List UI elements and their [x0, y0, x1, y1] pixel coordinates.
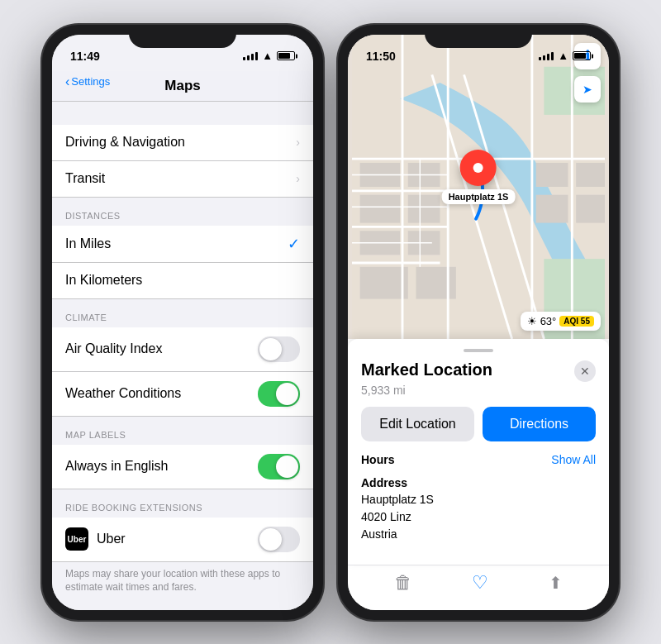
location-button[interactable]: ➤	[574, 76, 601, 103]
list-item[interactable]: In Miles ✓	[52, 226, 313, 263]
notch-1	[129, 25, 236, 48]
wifi-icon-1: ▲	[262, 50, 273, 62]
air-quality-label: Air Quality Index	[65, 341, 162, 356]
list-item[interactable]: In Kilometers	[52, 263, 313, 299]
svg-rect-13	[360, 266, 408, 298]
svg-rect-12	[576, 194, 605, 222]
always-english-label: Always in English	[65, 459, 169, 474]
list-item: Uber Uber	[52, 518, 313, 562]
phone-2: 11:50 ▲	[338, 25, 619, 620]
uber-icon: Uber	[65, 527, 88, 551]
address-line-1: Hauptplatz 1S	[361, 491, 596, 508]
in-kilometers-label: In Kilometers	[65, 273, 142, 288]
temperature: 63°	[540, 315, 557, 327]
list-item: Always in English	[52, 445, 313, 489]
checkmark-icon: ✓	[288, 235, 300, 253]
sun-icon: ☀	[527, 315, 537, 327]
status-icons-2: ▲	[539, 50, 591, 62]
battery-icon-1	[277, 51, 295, 60]
back-label: Settings	[71, 75, 110, 88]
svg-rect-14	[416, 266, 455, 298]
phones-container: 11:49 ▲	[34, 17, 627, 628]
show-all-link[interactable]: Show All	[551, 453, 596, 466]
maps-screen: 11:50 ▲	[348, 35, 609, 610]
map-labels-header: Map Labels	[52, 417, 313, 445]
driving-navigation-label: Driving & Navigation	[65, 135, 185, 150]
phone-1: 11:49 ▲	[42, 25, 323, 620]
directions-button[interactable]: Directions	[483, 407, 596, 441]
svg-rect-11	[536, 194, 568, 222]
ride-booking-header: Ride Booking Extensions	[52, 489, 313, 518]
svg-rect-10	[576, 162, 605, 186]
pin-label: Hauptplatz 1S	[442, 189, 516, 204]
list-item[interactable]: Transit ›	[52, 161, 313, 198]
settings-content: Driving & Navigation › Transit › Distanc…	[52, 102, 313, 604]
chevron-icon: ›	[296, 136, 300, 149]
battery-icon-2	[573, 51, 591, 60]
edit-location-button[interactable]: Edit Location	[361, 407, 474, 441]
list-item: Weather Conditions	[52, 372, 313, 417]
share-icon[interactable]: ⬆	[549, 573, 563, 593]
screen-2: 11:50 ▲	[348, 35, 609, 610]
wifi-icon-2: ▲	[558, 50, 568, 62]
signal-icon-2	[539, 52, 554, 60]
always-english-toggle[interactable]	[258, 454, 300, 479]
hours-label: Hours	[361, 453, 394, 466]
time-2: 11:50	[366, 50, 396, 63]
weather-conditions-toggle[interactable]	[258, 381, 300, 407]
list-item: Air Quality Index	[52, 327, 313, 372]
trash-icon[interactable]: 🗑	[394, 572, 412, 594]
ride-booking-note: Maps may share your location with these …	[52, 562, 313, 604]
heart-icon[interactable]: ♡	[472, 572, 488, 594]
pin-circle	[460, 150, 497, 186]
uber-label: Uber	[97, 532, 126, 546]
uber-toggle[interactable]	[258, 527, 300, 552]
nav-bar-1: ‹ Settings Maps	[52, 71, 313, 102]
screen-1: 11:49 ▲	[52, 35, 313, 610]
location-arrow-icon: ➤	[583, 83, 592, 96]
address-label: Address	[361, 476, 596, 489]
card-subtitle: 5,933 mi	[361, 384, 596, 397]
weather-badge: ☀ 63° AQI 55	[521, 312, 601, 331]
address-line-3: Austria	[361, 526, 596, 543]
card-title: Marked Location	[361, 360, 492, 379]
back-arrow-icon: ‹	[65, 74, 69, 89]
chevron-icon: ›	[296, 172, 300, 185]
time-1: 11:49	[70, 50, 100, 63]
map-area[interactable]: Hauptplatz 1S ℹ ➤ ☀ 63° AQI 55	[348, 35, 609, 339]
signal-icon-1	[243, 52, 258, 60]
air-quality-toggle[interactable]	[258, 336, 300, 362]
in-miles-label: In Miles	[65, 236, 111, 251]
card-handle	[464, 349, 493, 352]
weather-conditions-label: Weather Conditions	[65, 386, 181, 401]
aqi-badge: AQI 55	[559, 316, 594, 327]
svg-rect-9	[536, 162, 568, 186]
address-section: Address Hauptplatz 1S 4020 Linz Austria	[361, 476, 596, 543]
location-card: Marked Location ✕ 5,933 mi Edit Location…	[348, 339, 609, 565]
list-item[interactable]: Driving & Navigation ›	[52, 125, 313, 161]
map-pin: Hauptplatz 1S	[442, 150, 516, 204]
hours-section: Hours Show All	[361, 453, 596, 468]
map-toolbar: 🗑 ♡ ⬆	[348, 565, 609, 610]
address-line-2: 4020 Linz	[361, 508, 596, 526]
close-button[interactable]: ✕	[574, 360, 596, 382]
transit-label: Transit	[65, 171, 105, 186]
status-icons-1: ▲	[243, 50, 295, 62]
svg-rect-5	[360, 194, 400, 222]
status-bar-2: 11:50 ▲	[348, 35, 609, 71]
svg-rect-6	[408, 194, 440, 222]
distances-header: Distances	[52, 198, 313, 226]
settings-screen: 11:49 ▲	[52, 35, 313, 610]
climate-header: Climate	[52, 299, 313, 327]
card-actions: Edit Location Directions	[361, 407, 596, 441]
